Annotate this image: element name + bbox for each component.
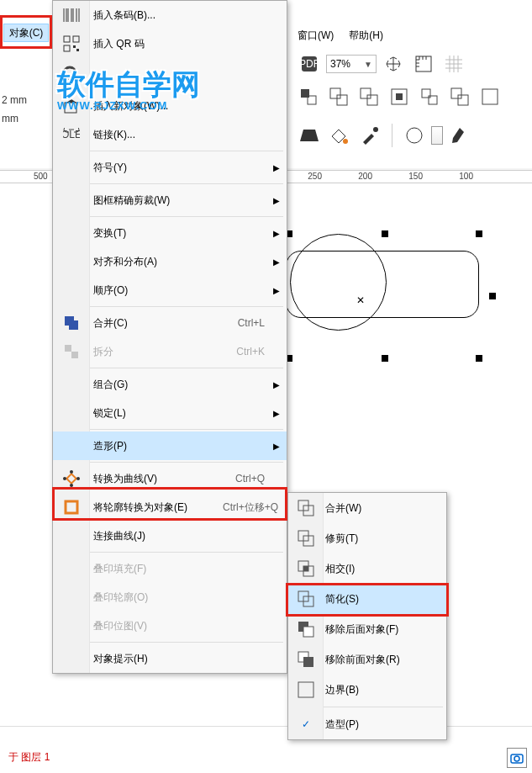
- svg-rect-30: [65, 345, 71, 352]
- trapezoid-icon[interactable]: [296, 122, 323, 149]
- svg-rect-44: [303, 566, 308, 571]
- mi-intersect[interactable]: 相交(I): [288, 553, 446, 584]
- mi-shaping[interactable]: 造形(P)▶: [53, 432, 287, 460]
- mi-break: 拆分Ctrl+K: [53, 337, 287, 366]
- pan-icon[interactable]: [380, 50, 407, 77]
- chevron-right-icon: ▶: [273, 286, 280, 295]
- chevron-right-icon: ▶: [273, 380, 280, 389]
- mi-powerclip[interactable]: 图框精确剪裁(W)▶: [53, 186, 287, 214]
- mi-obj-hint[interactable]: 对象提示(H): [53, 644, 287, 673]
- object-menu-dropdown: 插入条码(B)... 插入 QR 码 插入新对象(W)... OLE链接(K).…: [52, 0, 287, 674]
- svg-rect-7: [361, 88, 371, 98]
- mi-group[interactable]: 组合(G)▶: [53, 370, 287, 399]
- circle-outline-icon[interactable]: [401, 122, 428, 149]
- layer-indicator[interactable]: 于 图层 1: [5, 747, 53, 768]
- shape-tool-1[interactable]: [296, 84, 323, 111]
- mi-boundary[interactable]: 边界(B): [288, 675, 446, 705]
- ruler-icon[interactable]: [410, 50, 437, 77]
- svg-rect-21: [73, 36, 79, 42]
- mi-combine[interactable]: 合并(C)Ctrl+L: [53, 309, 287, 337]
- mi-align[interactable]: 对齐和分布(A)▶: [53, 247, 287, 276]
- selection-handle[interactable]: [476, 230, 482, 237]
- mi-order[interactable]: 顺序(O)▶: [53, 276, 287, 304]
- mi-lock[interactable]: 锁定(L)▶: [53, 399, 287, 427]
- selection-handle[interactable]: [476, 355, 482, 362]
- simplify-icon: [288, 590, 324, 608]
- mi-outline-to-obj[interactable]: 将轮廓转换为对象(E)Ctrl+位移+Q: [53, 493, 287, 522]
- zoom-input[interactable]: [330, 58, 361, 70]
- mi-overprint-outline: 叠印轮廓(O): [53, 583, 287, 612]
- chevron-down-icon[interactable]: ▼: [364, 60, 372, 69]
- pen-icon[interactable]: [446, 122, 473, 149]
- shape-tool-4[interactable]: [387, 84, 413, 111]
- mi-blank-1[interactable]: [53, 58, 287, 92]
- magnify-icon: [53, 65, 90, 85]
- svg-rect-13: [451, 88, 461, 98]
- mi-overprint-fill: 叠印填充(F): [53, 554, 287, 583]
- menu-window[interactable]: 窗口(W): [298, 29, 334, 43]
- shape-tool-2[interactable]: [326, 84, 353, 111]
- to-curve-icon: [53, 470, 90, 487]
- svg-rect-2: [416, 56, 431, 71]
- selection-handle[interactable]: [489, 293, 496, 299]
- chevron-right-icon: ▶: [273, 163, 280, 172]
- svg-rect-14: [458, 95, 468, 105]
- mi-trim[interactable]: 修剪(T): [288, 523, 446, 553]
- mi-back-minus[interactable]: 移除前面对象(R): [288, 644, 446, 675]
- color-swatch[interactable]: [431, 126, 443, 145]
- eyedropper-icon[interactable]: [356, 122, 383, 149]
- mi-insert-new-obj[interactable]: 插入新对象(W)...: [53, 92, 287, 120]
- mi-insert-barcode[interactable]: 插入条码(B)...: [53, 1, 287, 29]
- shape-tool-7[interactable]: [477, 84, 504, 111]
- unit-mm-2: mm: [2, 113, 27, 124]
- svg-rect-31: [71, 352, 78, 358]
- mi-shaping-docker[interactable]: ✓造型(P): [288, 709, 446, 739]
- svg-rect-29: [69, 320, 78, 330]
- barcode-icon: [53, 8, 90, 23]
- svg-point-17: [343, 139, 348, 144]
- shape-tool-6[interactable]: [447, 84, 474, 111]
- svg-text:PDF: PDF: [299, 58, 319, 70]
- chevron-right-icon: ▶: [273, 409, 280, 418]
- mi-overprint-bitmap: 叠印位图(V): [53, 612, 287, 640]
- shape-tool-3[interactable]: [356, 84, 383, 111]
- svg-rect-22: [64, 45, 70, 51]
- circle-shape[interactable]: [290, 234, 387, 331]
- boundary-icon: [288, 680, 324, 699]
- mi-weld[interactable]: 合并(W): [288, 493, 446, 523]
- object-menu-button[interactable]: 对象(C): [3, 24, 49, 42]
- svg-rect-32: [66, 474, 76, 483]
- weld-icon: [288, 499, 324, 517]
- mi-to-curve[interactable]: 转换为曲线(V)Ctrl+Q: [53, 464, 287, 493]
- svg-text:OLE: OLE: [63, 129, 80, 140]
- mi-symbols[interactable]: 符号(Y)▶: [53, 153, 287, 182]
- selection-handle[interactable]: [382, 355, 388, 362]
- mi-insert-qr[interactable]: 插入 QR 码: [53, 29, 287, 58]
- camera-icon[interactable]: [507, 748, 527, 768]
- mi-front-minus[interactable]: 移除后面对象(F): [288, 614, 446, 644]
- svg-rect-20: [64, 36, 70, 42]
- mi-links[interactable]: OLE链接(K)...: [53, 120, 287, 149]
- selection-handle[interactable]: [382, 230, 388, 237]
- mi-transform[interactable]: 变换(T)▶: [53, 219, 287, 247]
- zoom-combo[interactable]: ▼: [326, 55, 377, 73]
- status-bar: 于 图层 1: [0, 726, 532, 773]
- combine-icon: [53, 315, 90, 331]
- svg-point-35: [63, 477, 66, 480]
- fill-tool-icon[interactable]: [326, 122, 353, 149]
- svg-rect-26: [65, 103, 76, 113]
- intersect-icon: [288, 559, 324, 578]
- grid-icon[interactable]: [440, 50, 467, 77]
- svg-point-18: [373, 127, 378, 132]
- mi-join-curves[interactable]: 连接曲线(J): [53, 522, 287, 550]
- shape-tool-5[interactable]: [417, 84, 444, 111]
- pdf-icon[interactable]: PDF: [296, 50, 323, 77]
- svg-rect-50: [303, 657, 313, 667]
- qr-icon: [53, 35, 90, 52]
- menu-help[interactable]: 帮助(H): [349, 29, 383, 43]
- svg-rect-51: [298, 682, 313, 697]
- svg-point-34: [70, 484, 73, 487]
- check-icon: ✓: [288, 718, 324, 730]
- mi-simplify[interactable]: 简化(S): [288, 584, 446, 614]
- svg-point-36: [76, 477, 80, 480]
